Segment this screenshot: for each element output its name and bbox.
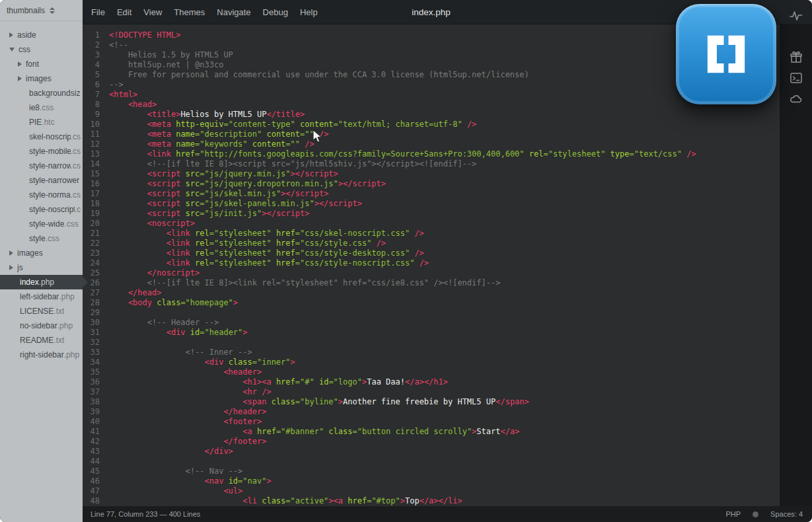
code-line[interactable]: 45 <!-- Nav --> <box>83 466 780 476</box>
tree-file-left-sidebar.php[interactable]: left-sidebar.php <box>0 289 83 304</box>
chevron-right-icon[interactable] <box>9 265 13 270</box>
code-line[interactable]: 30 <!-- Header --> <box>83 318 780 328</box>
tree-folder-images[interactable]: images <box>0 246 83 260</box>
code-line[interactable]: 24 <link rel="stylesheet" href="css/styl… <box>83 258 780 268</box>
cloud-icon[interactable] <box>790 93 803 106</box>
tree-file-PIE.htc[interactable]: PIE.htc <box>0 115 83 130</box>
line-text: </footer> <box>109 437 266 446</box>
code-line[interactable]: 18 <script src="js/skel-panels.min.js"><… <box>83 199 780 209</box>
code-line[interactable]: 42 </footer> <box>83 437 780 447</box>
code-line[interactable]: 33 <!-- Inner --> <box>83 348 780 357</box>
menu-file[interactable]: File <box>85 0 111 24</box>
tree-file-style-wide.css[interactable]: style-wide.css <box>0 217 83 231</box>
item-ext: .css <box>46 234 59 243</box>
code-line[interactable]: 35 <header> <box>83 367 780 377</box>
code-line[interactable]: 27 </head> <box>83 288 780 298</box>
code-line[interactable]: 19 <script src="js/init.js"></script> <box>83 209 780 219</box>
code-line[interactable]: 9 <title>Helios by HTML5 UP</title> <box>83 110 780 120</box>
tree-file-style.css[interactable]: style.css <box>0 231 83 246</box>
line-number: 47 <box>83 486 109 496</box>
tree-file-skel-noscript.cs[interactable]: skel-noscript.cs <box>0 130 83 144</box>
chevron-right-icon[interactable] <box>18 76 22 81</box>
tree-file-style-mobile.cs[interactable]: style-mobile.cs <box>0 144 83 159</box>
activity-icon[interactable] <box>790 9 803 22</box>
code-line[interactable]: 1<!DOCTYPE HTML> <box>83 30 780 40</box>
project-switcher-icon[interactable] <box>50 7 55 14</box>
code-line[interactable]: 8 <head> <box>83 100 780 110</box>
tree-file-LICENSE.txt[interactable]: LICENSE.txt <box>0 304 83 318</box>
code-line[interactable]: 2<!-- <box>83 40 780 50</box>
code-line[interactable]: 16 <script src="js/jquery.dropotron.min.… <box>83 179 780 189</box>
code-line[interactable]: 23 <link rel="stylesheet" href="css/styl… <box>83 248 780 258</box>
tree-file-index.php[interactable]: index.php <box>0 275 83 289</box>
code-line[interactable]: 13 <link href="http://fonts.googleapis.c… <box>83 149 780 159</box>
tree-file-ie8.css[interactable]: ie8.css <box>0 100 83 115</box>
menu-themes[interactable]: Themes <box>168 0 211 24</box>
code-line[interactable]: 38 <span class="byline">Another fine fre… <box>83 397 780 407</box>
menu-navigate[interactable]: Navigate <box>211 0 256 24</box>
code-line[interactable]: 17 <script src="js/skel.min.js"></script… <box>83 189 780 199</box>
tree-folder-css[interactable]: css <box>0 42 83 57</box>
code-line[interactable]: 40 <footer> <box>83 417 780 427</box>
code-line[interactable]: 4 html5up.net | @n33co <box>83 60 780 70</box>
menu-view[interactable]: View <box>137 0 168 24</box>
line-text: <!-- Header --> <box>109 318 219 327</box>
tree-file-backgroundsiz[interactable]: backgroundsiz <box>0 86 83 100</box>
tree-folder-images[interactable]: images <box>0 71 83 86</box>
code-line[interactable]: 28 <body class="homepage"> <box>83 298 780 308</box>
item-ext: .cs <box>71 147 81 156</box>
lint-indicator-icon[interactable] <box>753 511 758 517</box>
code-line[interactable]: 14 <!--[if lte IE 8]><script src="js/htm… <box>83 159 780 169</box>
code-line[interactable]: 44 <box>83 457 780 466</box>
tree-file-style-narrower[interactable]: style-narrower <box>0 173 83 188</box>
tree-folder-js[interactable]: js <box>0 260 83 275</box>
language-selector[interactable]: PHP <box>725 510 741 518</box>
code-line[interactable]: 47 <ul> <box>83 486 780 496</box>
code-line[interactable]: 15 <script src="js/jquery.min.js"></scri… <box>83 169 780 179</box>
tree-file-README.txt[interactable]: README.txt <box>0 333 83 348</box>
code-line[interactable]: 20 <noscript> <box>83 219 780 229</box>
tree-file-right-sidebar.php[interactable]: right-sidebar.php <box>0 348 83 362</box>
code-line[interactable]: 22 <link rel="stylesheet" href="css/styl… <box>83 239 780 248</box>
code-line[interactable]: 3 Helios 1.5 by HTML5 UP <box>83 50 780 60</box>
code-line[interactable]: 10 <meta http-equiv="content-type" conte… <box>83 120 780 130</box>
code-line[interactable]: 7<html> <box>83 90 780 100</box>
code-line[interactable]: 32 <box>83 338 780 348</box>
code-line[interactable]: 34 <div class="inner"> <box>83 357 780 367</box>
code-line[interactable]: 26 <!--[if lte IE 8]><link rel="styleshe… <box>83 278 780 288</box>
tree-folder-aside[interactable]: aside <box>0 28 83 42</box>
chevron-down-icon[interactable] <box>9 48 15 52</box>
code-line[interactable]: 39 </header> <box>83 407 780 417</box>
code-line[interactable]: 46 <nav id="nav"> <box>83 476 780 486</box>
code-line[interactable]: 37 <hr /> <box>83 387 780 397</box>
code-line[interactable]: 25 </noscript> <box>83 268 780 278</box>
code-line[interactable]: 31 <div id="header"> <box>83 328 780 338</box>
editor-pane[interactable]: 1<!DOCTYPE HTML>2<!--3 Helios 1.5 by HTM… <box>83 24 780 506</box>
tree-folder-font[interactable]: font <box>0 57 83 71</box>
chevron-right-icon[interactable] <box>9 250 13 256</box>
item-label: images <box>17 248 43 258</box>
menu-debug[interactable]: Debug <box>257 0 294 24</box>
terminal-icon[interactable] <box>790 71 803 85</box>
project-switcher[interactable]: thumbnails <box>0 0 83 21</box>
chevron-right-icon[interactable] <box>9 32 13 38</box>
code-line[interactable]: 5 Free for personal and commercial use u… <box>83 70 780 80</box>
code-line[interactable]: 41 <a href="#banner" class="button circl… <box>83 427 780 437</box>
code-line[interactable]: 29 <box>83 308 780 318</box>
code-line[interactable]: 48 <li class="active"><a href="#top">Top… <box>83 496 780 506</box>
chevron-right-icon[interactable] <box>18 61 22 67</box>
code-line[interactable]: 11 <meta name="description" content="" /… <box>83 130 780 139</box>
code-line[interactable]: 6--> <box>83 80 780 90</box>
tree-file-style-narrow.cs[interactable]: style-narrow.cs <box>0 159 83 173</box>
gift-icon[interactable] <box>790 50 803 63</box>
code-line[interactable]: 21 <link rel="stylesheet" href="css/skel… <box>83 229 780 239</box>
tree-file-style-noscript.c[interactable]: style-noscript.c <box>0 202 83 217</box>
code-line[interactable]: 36 <h1><a href="#" id="logo">Taa Daa!</a… <box>83 377 780 387</box>
menu-help[interactable]: Help <box>294 0 324 24</box>
menu-edit[interactable]: Edit <box>111 0 137 24</box>
code-line[interactable]: 43 </div> <box>83 447 780 457</box>
tree-file-no-sidebar.php[interactable]: no-sidebar.php <box>0 318 83 333</box>
code-line[interactable]: 12 <meta name="keywords" content="" /> <box>83 139 780 149</box>
line-text: Free for personal and commercial use und… <box>109 70 529 79</box>
tree-file-style-normal.cs[interactable]: style-normal.cs <box>0 188 83 202</box>
